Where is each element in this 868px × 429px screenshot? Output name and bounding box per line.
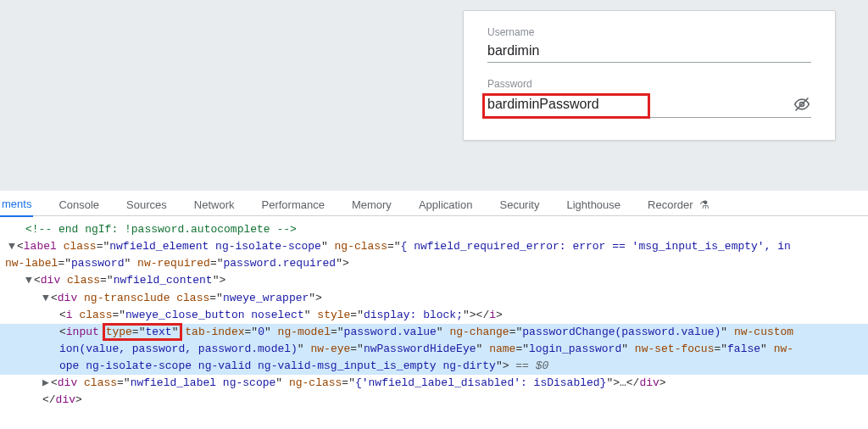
code-div-label[interactable]: ▶<div class="nwfield_label ng-scope" ng-… — [0, 375, 868, 392]
tab-console[interactable]: Console — [57, 195, 101, 216]
code-comment: <!-- end ngIf: !password.autocomplete --… — [0, 221, 868, 238]
username-field: Username — [487, 26, 811, 63]
caret-down-icon[interactable]: ▼ — [25, 272, 34, 289]
tab-performance[interactable]: Performance — [260, 195, 326, 216]
devtools-tabs: ments Console Sources Network Performanc… — [0, 191, 868, 216]
code-label-open[interactable]: ▼<label class="nwfield_element ng-isolat… — [0, 238, 868, 255]
tab-recorder[interactable]: Recorder ⚗ — [646, 195, 711, 216]
tab-sources[interactable]: Sources — [125, 195, 169, 216]
elements-panel[interactable]: <!-- end ngIf: !password.autocomplete --… — [0, 216, 868, 410]
code-input-line2[interactable]: ion(value, password, password.model)" nw… — [0, 341, 868, 358]
username-row — [487, 43, 811, 63]
code-i-line[interactable]: <i class="nweye_close_button noselect" s… — [0, 307, 868, 324]
tab-recorder-label: Recorder — [648, 198, 693, 211]
password-input[interactable] — [487, 97, 793, 112]
code-input-line3[interactable]: ope ng-isolate-scope ng-valid ng-valid-m… — [0, 358, 868, 375]
caret-right-icon[interactable]: ▶ — [42, 375, 51, 392]
tab-memory[interactable]: Memory — [350, 195, 393, 216]
password-field: Password — [487, 78, 811, 118]
tab-elements[interactable]: ments — [0, 194, 33, 217]
tab-lighthouse[interactable]: Lighthouse — [565, 195, 622, 216]
tab-security[interactable]: Security — [498, 195, 541, 216]
caret-down-icon[interactable]: ▼ — [8, 238, 17, 255]
tab-application[interactable]: Application — [417, 195, 475, 216]
login-card: Username Password — [463, 10, 836, 141]
page-background: Username Password — [0, 0, 868, 191]
code-div-close[interactable]: </div> — [0, 392, 868, 409]
code-div-content[interactable]: ▼<div class="nwfield_content"> — [0, 272, 868, 289]
code-div-eyewrap[interactable]: ▼<div ng-transclude class="nweye_wrapper… — [0, 290, 868, 307]
code-input-line1[interactable]: <input type="text" tab-index="0" ng-mode… — [0, 324, 868, 341]
username-input[interactable] — [487, 43, 811, 58]
password-row — [487, 95, 811, 118]
tab-network[interactable]: Network — [192, 195, 236, 216]
flask-icon: ⚗ — [699, 198, 709, 211]
password-label: Password — [487, 78, 811, 90]
caret-down-icon[interactable]: ▼ — [42, 290, 51, 307]
username-label: Username — [487, 26, 811, 38]
toggle-visibility-icon[interactable] — [793, 95, 811, 114]
code-label-open-cont[interactable]: nw-label="password" nw-required="passwor… — [0, 255, 868, 272]
